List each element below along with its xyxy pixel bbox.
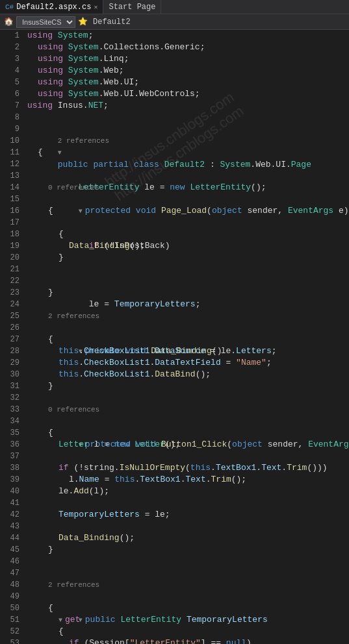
ln-18: 18 [0,229,19,240]
ln-46: 46 [0,556,19,567]
code-line-34: if (!string.IsNullOrEmpty(this.TextBox1.… [27,462,349,474]
ln-37: 37 [0,451,19,462]
tab-default2[interactable]: C# Default2.aspx.cs ✕ [0,0,103,14]
ln-13: 13 [0,170,19,182]
title-bar: C# Default2.aspx.cs ✕ Start Page [0,0,349,14]
code-line-18: } [27,252,349,264]
ln-33: 33 [0,404,19,415]
code-line-19 [27,264,349,275]
code-content: using System; using System.Collections.G… [25,30,349,644]
ln-36: 36 [0,439,19,451]
ln-11: 11 [0,147,19,158]
code-line-38: TemporaryLetters = le; [27,509,349,521]
code-line-31: { [27,427,349,439]
code-line-30: 6 ▼protected void Button1_Click(object s… [27,415,349,427]
ln-31: 31 [0,380,19,392]
code-line-33 [27,451,349,462]
code-line-48: if (Session["LetterEntity"] == null) [27,638,349,644]
code-line-21: } [27,287,349,299]
code-line-46: ▼get [27,614,349,626]
code-line-22 [27,299,349,310]
cs-file-icon: C# [5,3,14,11]
ln-47: 47 [0,567,19,579]
code-line-43 [27,567,349,579]
ln-30: 30 [0,369,19,380]
ln-44: 44 [0,532,19,544]
ln-34: 34 [0,415,19,427]
code-line-6: using System.Web.UI.WebControls; [27,88,349,100]
code-line-16: { [27,229,349,240]
ln-22: 22 [0,275,19,287]
ln-5: 5 [0,77,19,88]
code-line-24: { [27,334,349,345]
project-icon: 🏠 [4,17,14,27]
ln-41: 41 [0,497,19,509]
ln-48: 48 [0,579,19,591]
code-line-ref44: 2 references [27,579,349,591]
file-label: Default2 [93,18,131,27]
code-line-ref23: 2 references [27,310,349,322]
ln-35: 35 [0,427,19,439]
code-line-10: { [27,147,349,158]
ln-15: 15 [0,193,19,205]
ln-21: 21 [0,264,19,275]
ln-42: 42 [0,509,19,521]
code-line-7: using Insus.NET; [27,100,349,112]
code-line-5: using System.Web.UI; [27,77,349,88]
ln-2: 2 [0,42,19,53]
code-line-9: 2 references [27,123,349,135]
ln-4: 4 [0,65,19,77]
ln-14: 14 [0,182,19,193]
code-line-37 [27,497,349,509]
code-line-13: ▼protected void Page_Load(object sender,… [27,193,349,205]
code-line-ref13: 0 references [27,182,349,193]
code-line-28: } [27,380,349,392]
ln-7: 7 [0,100,19,112]
ln-17: 17 [0,217,19,229]
code-line-42 [27,556,349,567]
code-line-41: } [27,544,349,556]
ln-51: 51 [0,614,19,626]
code-line-44: 2 ▼public LetterEntity TemporaryLetters [27,591,349,602]
code-line-14: { [27,205,349,217]
ln-40: 40 [0,486,19,497]
code-line-2: using System.Collections.Generic; [27,42,349,53]
tab-default2-close[interactable]: ✕ [94,3,97,11]
code-line-4: using System.Web; [27,65,349,77]
ln-3: 3 [0,53,19,65]
code-line-23: 4 ▼private void Data_Binding() [27,322,349,334]
collapse-46[interactable]: ▼ [58,615,65,626]
code-line-45: { [27,602,349,614]
ln-9: 9 [0,123,19,135]
ln-45: 45 [0,544,19,556]
ln-52: 52 [0,626,19,638]
code-line-32: Letter l = new Letter(); [27,439,349,451]
code-line-25: this.CheckBoxList1.DataSource = le.Lette… [27,345,349,357]
code-line-47: { [27,626,349,638]
line-numbers: 1 2 3 4 5 6 7 8 9 10 11 12 13 14 15 16 1… [0,30,25,644]
code-line-11: 1 LetterEntity le = new LetterEntity(); [27,158,349,170]
code-line-12 [27,170,349,182]
code-line-26: this.CheckBoxList1.DataTextField = "Name… [27,357,349,369]
project-selector[interactable]: InsusSiteCS [16,16,75,28]
code-line-15: 5 if (!IsPostBack) [27,217,349,229]
code-line-40: Data_Binding(); [27,532,349,544]
ln-53: 53 [0,638,19,644]
ln-1: 1 [0,30,19,42]
code-line-35: l.Name = this.TextBox1.Text.Trim(); [27,474,349,486]
ln-6: 6 [0,88,19,100]
tab-default2-label: Default2.aspx.cs [16,3,91,12]
ln-19: 19 [0,240,19,252]
ln-32: 32 [0,392,19,404]
tab-start-label: Start Page [109,3,155,12]
file-icon: ⭐ [78,17,88,27]
ln-12: 12 [0,158,19,170]
code-line-9b: ▼ public partial class Default2 : System… [27,135,349,147]
code-line-8 [27,112,349,123]
ln-16: 16 [0,205,19,217]
tab-start-page[interactable]: Start Page [103,0,161,14]
ln-50: 50 [0,602,19,614]
code-line-36: le.Add(l); [27,486,349,497]
code-line-39 [27,521,349,532]
ln-27: 27 [0,334,19,345]
